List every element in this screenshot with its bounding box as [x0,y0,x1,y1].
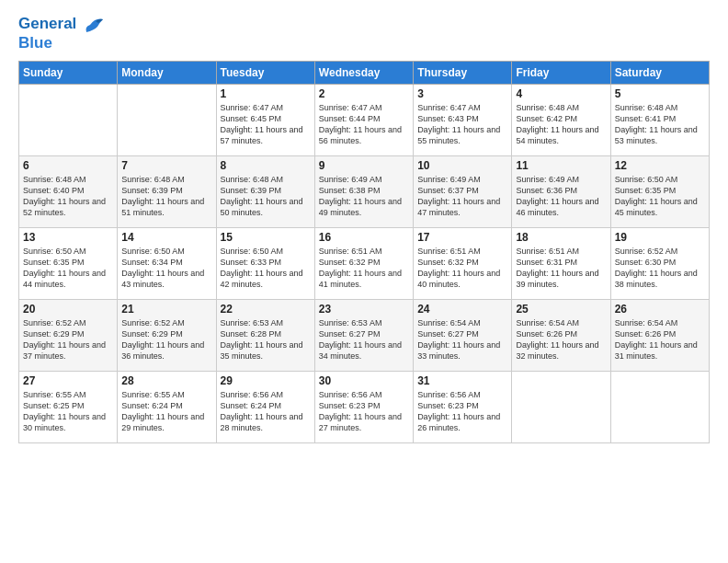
header: General Blue [18,15,710,52]
calendar-cell: 4Sunrise: 6:48 AM Sunset: 6:42 PM Daylig… [512,85,610,156]
day-number: 10 [417,159,507,172]
calendar-week-row: 13Sunrise: 6:50 AM Sunset: 6:35 PM Dayli… [19,228,710,300]
day-number: 23 [319,303,409,316]
calendar-cell: 7Sunrise: 6:48 AM Sunset: 6:39 PM Daylig… [118,156,216,228]
calendar-cell [19,85,118,156]
cell-content: Sunrise: 6:53 AM Sunset: 6:28 PM Dayligh… [221,317,311,362]
calendar-cell: 11Sunrise: 6:49 AM Sunset: 6:36 PM Dayli… [512,156,610,228]
calendar-cell: 10Sunrise: 6:49 AM Sunset: 6:37 PM Dayli… [414,156,512,228]
calendar-cell: 2Sunrise: 6:47 AM Sunset: 6:44 PM Daylig… [314,85,413,156]
day-number: 20 [23,303,113,316]
day-number: 4 [516,87,606,100]
calendar-cell: 21Sunrise: 6:52 AM Sunset: 6:29 PM Dayli… [118,300,216,372]
day-number: 26 [615,303,705,316]
calendar-cell: 28Sunrise: 6:55 AM Sunset: 6:24 PM Dayli… [118,372,216,443]
cell-content: Sunrise: 6:53 AM Sunset: 6:27 PM Dayligh… [319,317,409,362]
cell-content: Sunrise: 6:48 AM Sunset: 6:42 PM Dayligh… [516,102,606,147]
calendar-cell: 26Sunrise: 6:54 AM Sunset: 6:26 PM Dayli… [610,300,709,372]
page: General Blue Sunday Monday Tuesday Wedne… [0,0,728,563]
col-sunday: Sunday [19,62,118,85]
calendar-cell [610,372,709,443]
logo-bird-icon [83,16,103,34]
day-number: 12 [615,159,705,172]
day-number: 17 [417,231,507,244]
logo: General Blue [18,15,103,52]
day-number: 27 [23,374,113,387]
day-number: 6 [23,159,113,172]
calendar-cell [118,85,216,156]
calendar-cell: 29Sunrise: 6:56 AM Sunset: 6:24 PM Dayli… [216,372,314,443]
cell-content: Sunrise: 6:51 AM Sunset: 6:32 PM Dayligh… [319,246,409,291]
calendar-header-row: Sunday Monday Tuesday Wednesday Thursday… [19,62,710,85]
day-number: 18 [516,231,606,244]
day-number: 30 [319,374,409,387]
calendar-cell: 14Sunrise: 6:50 AM Sunset: 6:34 PM Dayli… [118,228,216,300]
cell-content: Sunrise: 6:52 AM Sunset: 6:29 PM Dayligh… [23,317,113,362]
cell-content: Sunrise: 6:48 AM Sunset: 6:39 PM Dayligh… [121,174,211,219]
logo-text-blue: Blue [18,34,103,52]
calendar-cell: 12Sunrise: 6:50 AM Sunset: 6:35 PM Dayli… [610,156,709,228]
cell-content: Sunrise: 6:54 AM Sunset: 6:27 PM Dayligh… [417,317,507,362]
cell-content: Sunrise: 6:47 AM Sunset: 6:43 PM Dayligh… [417,102,507,147]
cell-content: Sunrise: 6:54 AM Sunset: 6:26 PM Dayligh… [615,317,705,362]
day-number: 13 [23,231,113,244]
cell-content: Sunrise: 6:49 AM Sunset: 6:36 PM Dayligh… [516,174,606,219]
calendar-cell: 27Sunrise: 6:55 AM Sunset: 6:25 PM Dayli… [19,372,118,443]
calendar-cell: 17Sunrise: 6:51 AM Sunset: 6:32 PM Dayli… [414,228,512,300]
calendar-cell: 20Sunrise: 6:52 AM Sunset: 6:29 PM Dayli… [19,300,118,372]
col-tuesday: Tuesday [216,62,314,85]
day-number: 8 [221,159,311,172]
day-number: 3 [417,87,507,100]
day-number: 21 [121,303,211,316]
cell-content: Sunrise: 6:47 AM Sunset: 6:45 PM Dayligh… [221,102,311,147]
calendar-cell: 23Sunrise: 6:53 AM Sunset: 6:27 PM Dayli… [314,300,413,372]
day-number: 1 [221,87,311,100]
day-number: 15 [221,231,311,244]
calendar-cell: 3Sunrise: 6:47 AM Sunset: 6:43 PM Daylig… [414,85,512,156]
cell-content: Sunrise: 6:50 AM Sunset: 6:35 PM Dayligh… [23,246,113,291]
day-number: 29 [221,374,311,387]
logo-text-general: General [18,15,76,32]
calendar-cell: 22Sunrise: 6:53 AM Sunset: 6:28 PM Dayli… [216,300,314,372]
calendar-cell: 30Sunrise: 6:56 AM Sunset: 6:23 PM Dayli… [314,372,413,443]
day-number: 24 [417,303,507,316]
cell-content: Sunrise: 6:48 AM Sunset: 6:39 PM Dayligh… [221,174,311,219]
col-saturday: Saturday [610,62,709,85]
day-number: 7 [121,159,211,172]
cell-content: Sunrise: 6:52 AM Sunset: 6:29 PM Dayligh… [121,317,211,362]
logo-text: General Blue [18,15,103,52]
calendar-week-row: 6Sunrise: 6:48 AM Sunset: 6:40 PM Daylig… [19,156,710,228]
cell-content: Sunrise: 6:47 AM Sunset: 6:44 PM Dayligh… [319,102,409,147]
calendar-week-row: 27Sunrise: 6:55 AM Sunset: 6:25 PM Dayli… [19,372,710,443]
calendar-cell: 25Sunrise: 6:54 AM Sunset: 6:26 PM Dayli… [512,300,610,372]
cell-content: Sunrise: 6:52 AM Sunset: 6:30 PM Dayligh… [615,246,705,291]
calendar-table: Sunday Monday Tuesday Wednesday Thursday… [18,61,710,443]
calendar-cell: 31Sunrise: 6:56 AM Sunset: 6:23 PM Dayli… [414,372,512,443]
col-monday: Monday [118,62,216,85]
cell-content: Sunrise: 6:56 AM Sunset: 6:24 PM Dayligh… [221,389,311,434]
cell-content: Sunrise: 6:48 AM Sunset: 6:40 PM Dayligh… [23,174,113,219]
calendar-cell: 13Sunrise: 6:50 AM Sunset: 6:35 PM Dayli… [19,228,118,300]
calendar-cell: 24Sunrise: 6:54 AM Sunset: 6:27 PM Dayli… [414,300,512,372]
col-wednesday: Wednesday [314,62,413,85]
cell-content: Sunrise: 6:56 AM Sunset: 6:23 PM Dayligh… [319,389,409,434]
calendar-week-row: 20Sunrise: 6:52 AM Sunset: 6:29 PM Dayli… [19,300,710,372]
calendar-week-row: 1Sunrise: 6:47 AM Sunset: 6:45 PM Daylig… [19,85,710,156]
calendar-cell: 16Sunrise: 6:51 AM Sunset: 6:32 PM Dayli… [314,228,413,300]
col-friday: Friday [512,62,610,85]
calendar-cell [512,372,610,443]
calendar-cell: 9Sunrise: 6:49 AM Sunset: 6:38 PM Daylig… [314,156,413,228]
calendar-cell: 19Sunrise: 6:52 AM Sunset: 6:30 PM Dayli… [610,228,709,300]
cell-content: Sunrise: 6:50 AM Sunset: 6:35 PM Dayligh… [615,174,705,219]
calendar-cell: 15Sunrise: 6:50 AM Sunset: 6:33 PM Dayli… [216,228,314,300]
day-number: 25 [516,303,606,316]
day-number: 14 [121,231,211,244]
col-thursday: Thursday [414,62,512,85]
calendar-cell: 8Sunrise: 6:48 AM Sunset: 6:39 PM Daylig… [216,156,314,228]
calendar-cell: 18Sunrise: 6:51 AM Sunset: 6:31 PM Dayli… [512,228,610,300]
cell-content: Sunrise: 6:49 AM Sunset: 6:37 PM Dayligh… [417,174,507,219]
cell-content: Sunrise: 6:55 AM Sunset: 6:24 PM Dayligh… [121,389,211,434]
day-number: 11 [516,159,606,172]
day-number: 31 [417,374,507,387]
cell-content: Sunrise: 6:48 AM Sunset: 6:41 PM Dayligh… [615,102,705,147]
